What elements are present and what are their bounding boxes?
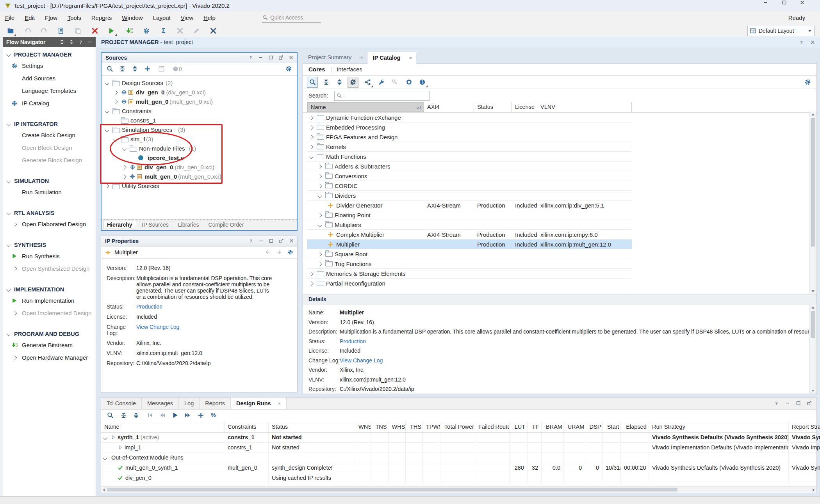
menu-file[interactable]: File — [0, 12, 20, 24]
expand-all-icon[interactable] — [69, 39, 74, 44]
column-header-status[interactable]: Status — [474, 102, 512, 112]
property-value[interactable]: View Change Log — [340, 357, 383, 364]
search-icon[interactable] — [105, 64, 115, 74]
flownav-item-generate-block-design[interactable]: Generate Block Design — [3, 154, 96, 167]
catalog-row-conversions[interactable]: Conversions — [303, 171, 816, 181]
chevron-down-icon[interactable] — [103, 456, 107, 460]
settings-gear-icon[interactable] — [287, 249, 293, 255]
redo-icon[interactable] — [39, 26, 49, 36]
flownav-item-open-hardware-manager[interactable]: Open Hardware Manager — [3, 351, 96, 364]
catalog-row-trig-functions[interactable]: Trig Functions — [303, 259, 816, 269]
settings-icon[interactable] — [141, 26, 152, 36]
tab-reports[interactable]: Reports — [200, 398, 231, 409]
chevron-right-icon[interactable] — [309, 145, 313, 149]
property-value[interactable]: Production — [136, 303, 273, 310]
menu-window[interactable]: Window — [117, 12, 148, 24]
flownav-section-title[interactable]: PROGRAM AND DEBUG — [3, 329, 96, 339]
back-icon[interactable] — [265, 249, 271, 255]
catalog-row-multiplier[interactable]: MultiplierProductionIncludedxilinx.com:i… — [303, 240, 816, 249]
close-icon[interactable] — [289, 55, 294, 60]
settings-gear-icon[interactable] — [802, 77, 813, 87]
maximize-button[interactable] — [782, 0, 800, 11]
column-header-vlnv[interactable]: VLNV — [537, 102, 632, 112]
chevron-down-icon[interactable] — [309, 154, 313, 159]
column-header-license[interactable]: License — [512, 102, 537, 112]
help-box-icon[interactable]: ? — [156, 64, 166, 74]
runs-column-tns[interactable]: TNS — [371, 422, 389, 432]
runs-column-ff[interactable]: FF — [528, 422, 542, 432]
chevron-right-icon[interactable] — [317, 164, 322, 169]
tree-item-simulation-sources[interactable]: Simulation Sources (3) — [102, 125, 297, 135]
customize-icon[interactable] — [376, 77, 387, 87]
close-tab-icon[interactable]: × — [360, 55, 363, 60]
tree-item-utility-sources[interactable]: Utility Sources — [102, 181, 297, 191]
forward-icon[interactable] — [276, 249, 282, 255]
tab-project-summary[interactable]: Project Summary× — [303, 52, 367, 63]
flownav-item-language-templates[interactable]: Language Templates — [3, 85, 96, 97]
property-value[interactable]: Production — [340, 338, 366, 344]
scroll-up-icon[interactable] — [811, 306, 815, 309]
menu-edit[interactable]: Edit — [20, 12, 40, 24]
copy-icon[interactable] — [73, 26, 83, 36]
catalog-row-fpga-features-and-design[interactable]: FPGA Features and Design — [303, 132, 816, 142]
scroll-thumb[interactable] — [811, 118, 815, 247]
edit-icon[interactable] — [191, 26, 201, 36]
maximize-icon[interactable] — [796, 401, 801, 406]
chevron-down-icon[interactable] — [317, 223, 322, 227]
runs-column-wns[interactable]: WNS — [355, 422, 371, 432]
fast-backward-icon[interactable] — [157, 410, 168, 421]
runs-column-run-strategy[interactable]: Run Strategy — [649, 422, 789, 432]
chevron-right-icon[interactable] — [309, 135, 313, 139]
tree-item-constrs-1[interactable]: constrs_1 — [102, 116, 297, 125]
chevron-down-icon[interactable] — [122, 146, 126, 151]
chevron-right-icon[interactable] — [309, 115, 313, 120]
flownav-section-title[interactable]: IMPLEMENTATION — [3, 284, 96, 295]
flownav-item-add-sources[interactable]: Add Sources — [3, 72, 96, 85]
menu-view[interactable]: View — [176, 12, 198, 24]
runs-column-uram[interactable]: URAM — [564, 422, 585, 432]
tab-messages[interactable]: Messages — [142, 398, 179, 409]
help-icon[interactable]: ? — [248, 55, 253, 60]
add-ip-icon[interactable] — [362, 77, 373, 87]
tree-item-constraints[interactable]: Constraints — [102, 106, 297, 116]
sources-tab-hierarchy[interactable]: Hierarchy — [103, 221, 136, 229]
tab-tcl-console[interactable]: Tcl Console — [101, 398, 142, 409]
runs-column-dsp[interactable]: DSP — [585, 422, 603, 432]
menu-layout[interactable]: Layout — [148, 12, 176, 24]
menu-reports[interactable]: Reports — [86, 12, 117, 24]
tree-item-div-gen-0[interactable]: div_gen_0 (div_gen_0.xci) — [102, 88, 297, 97]
layout-selector[interactable]: Default Layout — [747, 26, 815, 36]
delete-icon[interactable] — [90, 26, 100, 36]
tree-item-div-gen-0[interactable]: div_gen_0 (div_gen_0.xci) — [102, 163, 297, 172]
flownav-item-ip-catalog[interactable]: IP Catalog — [3, 97, 96, 110]
search-input[interactable]: - — [334, 91, 430, 101]
column-header-name[interactable]: Name^1 — [307, 102, 424, 112]
runs-column-lut[interactable]: LUT — [510, 422, 528, 432]
design-run-row-mult-gen-0-synth-1[interactable]: mult_gen_0_synth_1mult_gen_0synth_design… — [101, 463, 816, 473]
chevron-down-icon[interactable] — [113, 137, 118, 141]
flownav-section-title[interactable]: PROJECT MANAGER — [3, 50, 96, 60]
runs-column-constraints[interactable]: Constraints — [225, 422, 269, 432]
float-icon[interactable] — [278, 55, 283, 60]
horizontal-scrollbar[interactable] — [101, 486, 816, 493]
minimize-icon[interactable] — [785, 401, 790, 406]
flownav-section-title[interactable]: SIMULATION — [3, 176, 96, 186]
runs-column-tpws[interactable]: TPWS — [423, 422, 440, 432]
collapse-all-icon[interactable] — [117, 64, 127, 74]
tree-item-sim-1[interactable]: sim_1 (3) — [102, 135, 297, 144]
info-icon[interactable] — [417, 77, 427, 87]
close-tab-icon[interactable]: × — [278, 401, 281, 406]
quick-access-search[interactable]: Quick Access — [262, 13, 321, 23]
scroll-right-icon[interactable] — [813, 488, 815, 492]
chevron-right-icon[interactable] — [309, 272, 313, 276]
catalog-scrollbar[interactable] — [809, 112, 816, 294]
design-run-row-impl-1[interactable]: impl_1constrs_1Not startedVivado Impleme… — [101, 443, 816, 453]
flownav-section-title[interactable]: IP INTEGRATOR — [3, 119, 96, 129]
ip-chip-icon[interactable] — [404, 77, 414, 87]
chevron-right-icon[interactable] — [309, 125, 313, 130]
run-icon[interactable] — [106, 26, 116, 36]
tree-item-ipcore-test-v[interactable]: ipcore_test.v — [102, 153, 297, 163]
minimize-icon[interactable] — [87, 39, 93, 44]
details-scrollbar[interactable] — [809, 305, 816, 394]
runs-column-start[interactable]: Start — [603, 422, 621, 432]
